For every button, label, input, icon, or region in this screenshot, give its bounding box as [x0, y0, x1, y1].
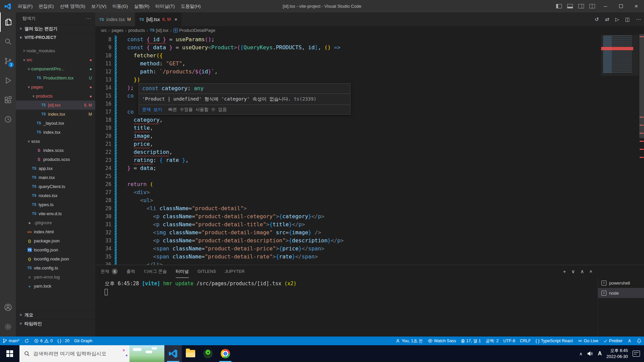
tree-item-_layout.tsx[interactable]: TS_layout.tsx	[16, 119, 95, 128]
gitlens-icon[interactable]	[0, 110, 16, 129]
code-line-31[interactable]: 31 <p className="product-detail-title">{…	[95, 221, 600, 229]
code-line-21[interactable]: 21 price,	[95, 140, 600, 148]
menubar-item-5[interactable]: 실행(R)	[131, 0, 153, 12]
code-line-24[interactable]: 24 } = data;	[95, 164, 600, 172]
tree-item-src[interactable]: ∨src●	[16, 55, 95, 64]
extensions-icon[interactable]	[0, 90, 16, 110]
code-line-29[interactable]: 29 <li className="product-detail">	[95, 204, 600, 213]
code-line-33[interactable]: 33 <p className="product-detail-descript…	[95, 237, 600, 245]
taskbar-chrome-icon[interactable]	[217, 345, 234, 362]
code-line-12[interactable]: 12 path: `/products/${id}`,	[95, 68, 600, 76]
bracket-counter-item[interactable]: {.} : 20	[55, 337, 72, 345]
scrollbar-thumb[interactable]	[639, 34, 644, 138]
maximize-button[interactable]	[613, 0, 629, 12]
code-line-18[interactable]: 18 category,	[95, 116, 600, 124]
tree-item-vite.config.ts[interactable]: TSvite.config.ts	[16, 263, 95, 273]
tree-item-index.html[interactable]: <>index.html	[16, 227, 95, 236]
panel-tab-1[interactable]: 출력	[126, 265, 135, 278]
menubar-item-7[interactable]: 도움말(H)	[178, 0, 204, 12]
menubar-item-2[interactable]: 선택 영역(S)	[57, 0, 88, 12]
panel-tab-4[interactable]: GITLENS	[198, 265, 216, 278]
more-actions-icon[interactable]: ···	[86, 16, 91, 21]
panel-tab-5[interactable]: JUPYTER	[225, 265, 245, 278]
minimize-button[interactable]: ─	[598, 0, 613, 12]
menubar-item-6[interactable]: 터미널(T)	[152, 0, 178, 12]
close-button[interactable]: ×	[629, 0, 644, 12]
search-icon[interactable]	[0, 32, 16, 51]
split-editor-icon[interactable]: ◫	[622, 16, 633, 22]
run-debug-icon[interactable]	[0, 71, 16, 90]
editor-tab-1[interactable]: TS[id].tsx6, M×	[135, 12, 182, 26]
tree-item-pages[interactable]: ∨pages●	[16, 82, 95, 92]
customize-layout-icon[interactable]	[589, 4, 595, 8]
more-actions-icon[interactable]: ⋯	[633, 16, 644, 22]
source-control-icon[interactable]: 3	[0, 51, 16, 71]
project-root-section[interactable]: ∨ VITE-PROJECT	[16, 33, 95, 42]
tree-item-queryClient.ts[interactable]: TSqueryClient.ts	[16, 182, 95, 191]
tree-item-[id].tsx[interactable]: TS[id].tsx6, M	[16, 101, 95, 110]
tree-item-ProductItem.tsx[interactable]: TSProductItem.tsxU	[16, 73, 95, 82]
breadcrumb-item-3[interactable]: TS[id].tsx	[149, 28, 170, 33]
problems-item[interactable]: 6 0	[32, 337, 55, 345]
tree-item-yarn-error.log[interactable]: ≡yarn-error.log	[16, 273, 95, 282]
code-editor[interactable]: 8 const { id } = useParams();9 const { d…	[95, 34, 644, 265]
taskbar-explorer-icon[interactable]	[182, 345, 199, 362]
code-line-10[interactable]: 10 fetcher({	[95, 52, 600, 60]
tree-item-products.scss[interactable]: Sproducts.scss	[16, 155, 95, 164]
sync-item[interactable]	[22, 337, 32, 345]
menubar-item-0[interactable]: 파일(F)	[15, 0, 36, 12]
history-icon[interactable]: ↺	[592, 16, 602, 22]
tree-item-node_modules[interactable]: >node_modules	[16, 46, 95, 55]
taskbar-vscode-icon[interactable]	[164, 345, 182, 362]
cursor-position-item[interactable]: 줄 17, 열 1	[459, 337, 483, 345]
tree-item-index.tsx[interactable]: TSindex.tsx	[16, 128, 95, 137]
ime-indicator[interactable]: A	[598, 351, 602, 357]
breadcrumb-item-2[interactable]: products	[127, 28, 146, 33]
menubar-item-3[interactable]: 보기(V)	[88, 0, 109, 12]
close-tab-icon[interactable]: ×	[174, 16, 177, 22]
editor-tab-0[interactable]: TSindex.tsxM	[95, 12, 135, 26]
taskbar-search[interactable]: 검색하려면 여기에 입력하십시오	[19, 345, 164, 362]
code-line-20[interactable]: 20 image,	[95, 132, 600, 140]
run-file-icon[interactable]: ▷	[612, 16, 622, 22]
git-branch-item[interactable]: main*	[0, 337, 22, 345]
encoding-item[interactable]: UTF-8	[501, 337, 518, 345]
new-terminal-icon[interactable]: +	[560, 268, 569, 275]
tree-item-tsconfig.node.json[interactable]: {}tsconfig.node.json	[16, 254, 95, 263]
feedback-item[interactable]	[625, 337, 634, 345]
language-mode-item[interactable]: { } TypeScript React	[533, 337, 575, 345]
tree-item-main.tsx[interactable]: TSmain.tsx	[16, 173, 95, 182]
view-problem-link[interactable]: 문제 보기	[142, 107, 162, 113]
menubar-item-4[interactable]: 이동(G)	[109, 0, 131, 12]
speaker-icon[interactable]	[587, 351, 593, 357]
panel-tab-0[interactable]: 문제6	[101, 265, 118, 278]
tree-item-.gitignore[interactable]: ◆.gitignore	[16, 218, 95, 227]
prettier-item[interactable]: Prettier	[601, 337, 625, 345]
toggle-sidebar-icon[interactable]	[556, 4, 562, 8]
tray-chevron-icon[interactable]: ∧	[579, 351, 583, 356]
code-line-25[interactable]: 25	[95, 172, 600, 180]
breadcrumb-item-0[interactable]: src	[100, 28, 108, 33]
code-line-35[interactable]: 35 <span className="product-detail-rate"…	[95, 253, 600, 261]
minimap[interactable]	[601, 35, 639, 76]
tree-item-scss[interactable]: ∨scss	[16, 137, 95, 146]
watch-sass-item[interactable]: Watch Sass	[425, 337, 459, 345]
code-line-11[interactable]: 11 method: "GET",	[95, 60, 600, 68]
code-line-32[interactable]: 32 <img className="product-detail-image"…	[95, 229, 600, 237]
eol-item[interactable]: CRLF	[518, 337, 533, 345]
code-line-36[interactable]: 36 </li>	[95, 261, 600, 265]
taskbar-green-app-icon[interactable]	[199, 345, 217, 362]
terminal-instance-node[interactable]: >node	[598, 288, 644, 298]
outline-section[interactable]: > 개요	[16, 310, 95, 319]
accounts-icon[interactable]	[0, 298, 16, 317]
code-line-30[interactable]: 30 <p className="product-detail-cetegory…	[95, 213, 600, 221]
terminal-instance-powershell[interactable]: >powershell	[598, 278, 644, 288]
tree-item-products[interactable]: ∨products●	[16, 92, 95, 101]
action-center-icon[interactable]	[633, 351, 640, 357]
tree-item-componentPro...[interactable]: ∨component\Pro...●	[16, 64, 95, 73]
timeline-section[interactable]: > 타임라인	[16, 319, 95, 328]
tree-item-index.tsx[interactable]: TSindex.tsxM	[16, 110, 95, 119]
code-line-9[interactable]: 9 const { data } = useQuery<Product>([Qu…	[95, 44, 600, 52]
terminal-output[interactable]: 오후 6:45:28 [vite] hmr update /src/pages/…	[95, 278, 598, 337]
code-line-8[interactable]: 8 const { id } = useParams();	[95, 36, 600, 44]
